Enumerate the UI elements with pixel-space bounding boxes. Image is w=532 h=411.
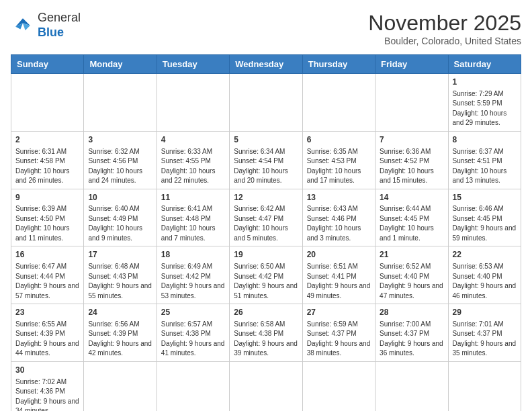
day-info: Sunrise: 6:31 AM Sunset: 4:58 PM Dayligh… <box>15 147 79 186</box>
day-info: Sunrise: 6:41 AM Sunset: 4:48 PM Dayligh… <box>161 204 225 243</box>
day-info: Sunrise: 7:01 AM Sunset: 4:37 PM Dayligh… <box>453 320 517 359</box>
day-number: 30 <box>15 365 79 376</box>
day-cell: 25Sunrise: 6:57 AM Sunset: 4:38 PM Dayli… <box>157 304 229 362</box>
day-cell: 9Sunrise: 6:39 AM Sunset: 4:50 PM Daylig… <box>11 189 84 246</box>
day-info: Sunrise: 6:46 AM Sunset: 4:45 PM Dayligh… <box>453 204 517 243</box>
day-cell: 18Sunrise: 6:49 AM Sunset: 4:42 PM Dayli… <box>157 246 229 304</box>
header-tuesday: Tuesday <box>157 55 229 74</box>
day-cell: 11Sunrise: 6:41 AM Sunset: 4:48 PM Dayli… <box>157 189 229 246</box>
day-cell <box>230 361 302 411</box>
day-number: 8 <box>453 134 517 146</box>
day-cell: 6Sunrise: 6:35 AM Sunset: 4:53 PM Daylig… <box>302 131 375 189</box>
day-cell: 28Sunrise: 7:00 AM Sunset: 4:37 PM Dayli… <box>375 304 448 362</box>
day-number: 26 <box>234 307 298 318</box>
day-cell <box>375 74 448 132</box>
header-thursday: Thursday <box>302 55 375 74</box>
day-info: Sunrise: 6:59 AM Sunset: 4:37 PM Dayligh… <box>307 320 371 359</box>
day-number: 29 <box>453 307 517 318</box>
day-info: Sunrise: 6:57 AM Sunset: 4:38 PM Dayligh… <box>161 320 225 359</box>
day-cell: 8Sunrise: 6:37 AM Sunset: 4:51 PM Daylig… <box>448 131 521 189</box>
day-cell: 12Sunrise: 6:42 AM Sunset: 4:47 PM Dayli… <box>230 189 302 246</box>
day-cell: 7Sunrise: 6:36 AM Sunset: 4:52 PM Daylig… <box>375 131 448 189</box>
day-cell: 15Sunrise: 6:46 AM Sunset: 4:45 PM Dayli… <box>448 189 521 246</box>
week-row-0: 1Sunrise: 7:29 AM Sunset: 5:59 PM Daylig… <box>11 74 521 132</box>
day-cell: 1Sunrise: 7:29 AM Sunset: 5:59 PM Daylig… <box>448 74 521 132</box>
day-number: 12 <box>234 192 298 203</box>
day-number: 21 <box>380 249 443 261</box>
day-number: 22 <box>453 249 517 261</box>
day-info: Sunrise: 6:56 AM Sunset: 4:39 PM Dayligh… <box>88 320 152 359</box>
day-cell <box>84 361 157 411</box>
day-cell: 4Sunrise: 6:33 AM Sunset: 4:55 PM Daylig… <box>157 131 229 189</box>
month-title: November 2025 <box>368 11 521 36</box>
calendar-table: SundayMondayTuesdayWednesdayThursdayFrid… <box>11 54 521 411</box>
day-info: Sunrise: 6:48 AM Sunset: 4:43 PM Dayligh… <box>88 262 152 301</box>
day-number: 17 <box>88 249 152 261</box>
day-info: Sunrise: 6:42 AM Sunset: 4:47 PM Dayligh… <box>234 204 298 243</box>
day-info: Sunrise: 6:58 AM Sunset: 4:38 PM Dayligh… <box>234 320 298 359</box>
location: Boulder, Colorado, United States <box>368 36 521 46</box>
day-cell: 10Sunrise: 6:40 AM Sunset: 4:49 PM Dayli… <box>84 189 157 246</box>
week-row-5: 30Sunrise: 7:02 AM Sunset: 4:36 PM Dayli… <box>11 361 521 411</box>
day-info: Sunrise: 7:00 AM Sunset: 4:37 PM Dayligh… <box>380 320 443 359</box>
day-info: Sunrise: 6:37 AM Sunset: 4:51 PM Dayligh… <box>453 147 517 186</box>
day-cell: 23Sunrise: 6:55 AM Sunset: 4:39 PM Dayli… <box>11 304 84 362</box>
day-number: 13 <box>307 192 371 203</box>
day-cell <box>230 74 302 132</box>
day-info: Sunrise: 6:50 AM Sunset: 4:42 PM Dayligh… <box>234 262 298 301</box>
day-cell <box>84 74 157 132</box>
day-info: Sunrise: 6:33 AM Sunset: 4:55 PM Dayligh… <box>161 147 225 186</box>
day-cell: 17Sunrise: 6:48 AM Sunset: 4:43 PM Dayli… <box>84 246 157 304</box>
day-cell: 29Sunrise: 7:01 AM Sunset: 4:37 PM Dayli… <box>448 304 521 362</box>
day-cell <box>448 361 521 411</box>
day-number: 3 <box>88 134 152 146</box>
day-cell <box>11 74 84 132</box>
day-cell <box>302 361 375 411</box>
day-info: Sunrise: 6:40 AM Sunset: 4:49 PM Dayligh… <box>88 204 152 243</box>
day-info: Sunrise: 6:32 AM Sunset: 4:56 PM Dayligh… <box>88 147 152 186</box>
day-number: 16 <box>15 249 79 261</box>
day-info: Sunrise: 6:47 AM Sunset: 4:44 PM Dayligh… <box>15 262 79 301</box>
day-number: 15 <box>453 192 517 203</box>
day-info: Sunrise: 6:36 AM Sunset: 4:52 PM Dayligh… <box>380 147 443 186</box>
day-cell: 19Sunrise: 6:50 AM Sunset: 4:42 PM Dayli… <box>230 246 302 304</box>
header-wednesday: Wednesday <box>230 55 302 74</box>
day-info: Sunrise: 6:34 AM Sunset: 4:54 PM Dayligh… <box>234 147 298 186</box>
day-info: Sunrise: 7:29 AM Sunset: 5:59 PM Dayligh… <box>453 89 517 128</box>
day-cell <box>157 74 229 132</box>
day-info: Sunrise: 6:51 AM Sunset: 4:41 PM Dayligh… <box>307 262 371 301</box>
title-area: November 2025 Boulder, Colorado, United … <box>368 11 521 46</box>
day-info: Sunrise: 6:53 AM Sunset: 4:40 PM Dayligh… <box>453 262 517 301</box>
header-sunday: Sunday <box>11 55 84 74</box>
calendar-header-row: SundayMondayTuesdayWednesdayThursdayFrid… <box>11 55 521 74</box>
day-info: Sunrise: 6:39 AM Sunset: 4:50 PM Dayligh… <box>15 204 79 243</box>
logo-text: General Blue <box>38 11 81 40</box>
week-row-1: 2Sunrise: 6:31 AM Sunset: 4:58 PM Daylig… <box>11 131 521 189</box>
logo: General Blue <box>11 11 81 40</box>
day-number: 7 <box>380 134 443 146</box>
day-number: 23 <box>15 307 79 318</box>
day-cell: 22Sunrise: 6:53 AM Sunset: 4:40 PM Dayli… <box>448 246 521 304</box>
day-info: Sunrise: 7:02 AM Sunset: 4:36 PM Dayligh… <box>15 377 79 411</box>
day-cell <box>157 361 229 411</box>
header-monday: Monday <box>84 55 157 74</box>
day-number: 10 <box>88 192 152 203</box>
header-friday: Friday <box>375 55 448 74</box>
day-number: 1 <box>453 77 517 88</box>
day-cell: 27Sunrise: 6:59 AM Sunset: 4:37 PM Dayli… <box>302 304 375 362</box>
day-info: Sunrise: 6:44 AM Sunset: 4:45 PM Dayligh… <box>380 204 443 243</box>
day-cell: 5Sunrise: 6:34 AM Sunset: 4:54 PM Daylig… <box>230 131 302 189</box>
day-number: 19 <box>234 249 298 261</box>
day-cell: 14Sunrise: 6:44 AM Sunset: 4:45 PM Dayli… <box>375 189 448 246</box>
day-cell: 2Sunrise: 6:31 AM Sunset: 4:58 PM Daylig… <box>11 131 84 189</box>
day-number: 20 <box>307 249 371 261</box>
day-number: 18 <box>161 249 225 261</box>
week-row-4: 23Sunrise: 6:55 AM Sunset: 4:39 PM Dayli… <box>11 304 521 362</box>
day-number: 5 <box>234 134 298 146</box>
day-number: 14 <box>380 192 443 203</box>
page-header: General Blue November 2025 Boulder, Colo… <box>11 11 521 46</box>
day-number: 11 <box>161 192 225 203</box>
day-number: 9 <box>15 192 79 203</box>
day-cell: 21Sunrise: 6:52 AM Sunset: 4:40 PM Dayli… <box>375 246 448 304</box>
logo-icon <box>11 13 35 38</box>
